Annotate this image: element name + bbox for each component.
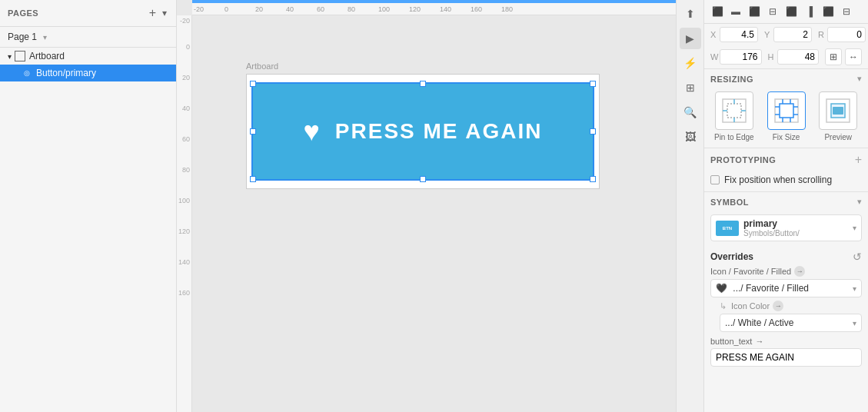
icon-override-go-btn[interactable]: → — [794, 266, 805, 277]
lock-ratio-btn[interactable]: ⊞ — [825, 48, 842, 65]
prototyping-add-btn[interactable]: + — [855, 153, 862, 167]
distribute-v-btn[interactable]: ⊟ — [838, 3, 855, 20]
handle-top-right[interactable] — [590, 81, 596, 87]
h-label: H — [768, 52, 777, 61]
pin-to-edge-svg — [720, 96, 749, 125]
x-group: X — [710, 27, 758, 42]
icon-override-group: Icon / Favorite / Filled → 🖤 .../ Favori… — [710, 266, 862, 332]
ruler-mark: 120 — [409, 5, 421, 13]
add-page-button[interactable]: + — [148, 6, 158, 20]
ruler-mark: -20 — [180, 17, 190, 25]
handle-bottom-right[interactable] — [590, 176, 596, 182]
icon-color-chevron: ▾ — [853, 319, 856, 327]
upload-icon-btn[interactable]: ⬆ — [680, 3, 701, 25]
ruler-top: -20 0 20 40 60 80 100 120 140 160 180 — [192, 0, 676, 15]
fix-position-checkbox[interactable] — [710, 175, 720, 184]
align-toolbar: ⬛ ▬ ⬛ ⊟ ⬛ ▐ ⬛ ⊟ — [704, 0, 868, 24]
button-text-input[interactable] — [710, 348, 862, 367]
handle-top-center[interactable] — [420, 81, 426, 87]
prototyping-header[interactable]: PROTOTYPING + — [704, 148, 868, 171]
svg-rect-1 — [727, 104, 741, 118]
svg-rect-18 — [833, 107, 843, 115]
preview-label: Preview — [824, 133, 852, 141]
artboard-frame[interactable]: ♥ PRESS ME AGAIN — [246, 74, 600, 189]
w-input[interactable] — [720, 49, 762, 65]
overrides-reset-btn[interactable]: ↺ — [853, 251, 862, 263]
ruler-mark: 0 — [224, 5, 228, 13]
y-input[interactable] — [773, 27, 812, 42]
icon-color-group: Icon Color → .../ White / Active ▾ — [720, 301, 862, 332]
pin-to-edge-option[interactable]: Pin to Edge — [710, 91, 758, 141]
ruler-mark: 80 — [348, 5, 355, 13]
button-element[interactable]: ♥ PRESS ME AGAIN — [251, 82, 594, 181]
ruler-mark: 60 — [182, 135, 190, 143]
handle-middle-left[interactable] — [250, 128, 256, 135]
artboard-container: Artboard ♥ PRESS ME AGAIN — [246, 61, 600, 189]
align-top-btn[interactable]: ⬛ — [783, 3, 800, 20]
icon-color-go-btn[interactable]: → — [773, 301, 783, 311]
symbol-preview-text: BTN — [723, 226, 732, 231]
x-input[interactable] — [720, 27, 758, 42]
button-text-label: button_text → — [710, 337, 862, 346]
align-bottom-btn[interactable]: ⬛ — [820, 3, 836, 20]
handle-top-left[interactable] — [250, 81, 256, 87]
symbol-select[interactable]: BTN primary Symbols/Button/ ▾ — [710, 214, 862, 241]
ruler-mark: 60 — [317, 5, 324, 13]
icon-override-value: 🖤 .../ Favorite / Filled — [716, 283, 853, 294]
fix-size-option[interactable]: Fix Size — [763, 91, 810, 141]
ruler-top-highlight — [192, 0, 676, 3]
symbol-header[interactable]: SYMBOL ▾ — [704, 192, 868, 211]
ruler-mark: 100 — [178, 197, 190, 204]
play-icon-btn[interactable]: ▶ — [680, 28, 701, 49]
pages-actions: + ▾ — [148, 6, 168, 20]
align-middle-btn[interactable]: ▐ — [801, 3, 818, 20]
pages-header: PAGES + ▾ — [0, 0, 176, 27]
grid-icon-btn[interactable]: ⊞ — [680, 77, 701, 98]
panel-content: ⬛ ▬ ⬛ ⊟ ⬛ ▐ ⬛ ⊟ X Y R — [704, 0, 868, 412]
artboard-layer[interactable]: ▾ Artboard — [0, 48, 176, 65]
handle-middle-right[interactable] — [590, 128, 596, 135]
w-group: W — [710, 49, 762, 65]
artboard-chevron: ▾ — [8, 52, 12, 61]
handle-bottom-center[interactable] — [420, 176, 426, 182]
align-center-h-btn[interactable]: ▬ — [727, 3, 744, 20]
align-left-btn[interactable]: ⬛ — [709, 3, 726, 20]
r-group: R — [818, 27, 866, 42]
symbol-preview: BTN — [716, 221, 739, 236]
svg-rect-6 — [775, 99, 798, 122]
image-icon-btn[interactable]: 🖼 — [680, 126, 701, 148]
icon-color-select[interactable]: .../ White / Active ▾ — [720, 314, 862, 332]
size-row: W H ⊞ ↔ — [704, 45, 868, 68]
button-text-go-btn[interactable]: → — [755, 337, 763, 346]
artboard-label: Artboard — [246, 61, 600, 71]
lightning-icon-btn[interactable]: ⚡ — [680, 52, 701, 74]
pin-to-edge-label: Pin to Edge — [714, 133, 754, 141]
resizing-header[interactable]: RESIZING ▾ — [704, 69, 868, 88]
r-input[interactable] — [827, 27, 866, 42]
button-primary-layer[interactable]: Button/primary — [0, 65, 176, 81]
flip-btn[interactable]: ↔ — [845, 48, 862, 65]
ruler-mark: 0 — [186, 43, 190, 51]
preview-option[interactable]: Preview — [814, 91, 862, 141]
overrides-section: Overrides ↺ Icon / Favorite / Filled → 🖤… — [704, 248, 868, 373]
zoom-icon-btn[interactable]: 🔍 — [680, 101, 701, 123]
position-row: X Y R — [704, 24, 868, 45]
fix-size-label: Fix Size — [773, 133, 800, 141]
svg-rect-7 — [780, 104, 793, 118]
ruler-mark: 160 — [471, 5, 482, 13]
handle-bottom-left[interactable] — [250, 176, 256, 182]
pages-title: PAGES — [8, 8, 38, 18]
ruler-mark: 140 — [178, 258, 190, 266]
align-right-btn[interactable]: ⬛ — [746, 3, 763, 20]
expand-pages-button[interactable]: ▾ — [161, 6, 168, 20]
h-input[interactable] — [777, 49, 820, 65]
symbol-collapse-icon: ▾ — [857, 197, 862, 207]
fix-position-label: Fix position when scrolling — [724, 174, 832, 185]
ruler-mark: -20 — [194, 5, 204, 13]
distribute-h-btn[interactable]: ⊟ — [764, 3, 781, 20]
page-selector[interactable]: Page 1 ▾ — [0, 27, 176, 48]
icon-override-select[interactable]: 🖤 .../ Favorite / Filled ▾ — [710, 279, 862, 297]
ruler-mark: 160 — [178, 289, 190, 297]
ruler-mark: 180 — [501, 5, 513, 13]
button-label: PRESS ME AGAIN — [335, 119, 543, 144]
